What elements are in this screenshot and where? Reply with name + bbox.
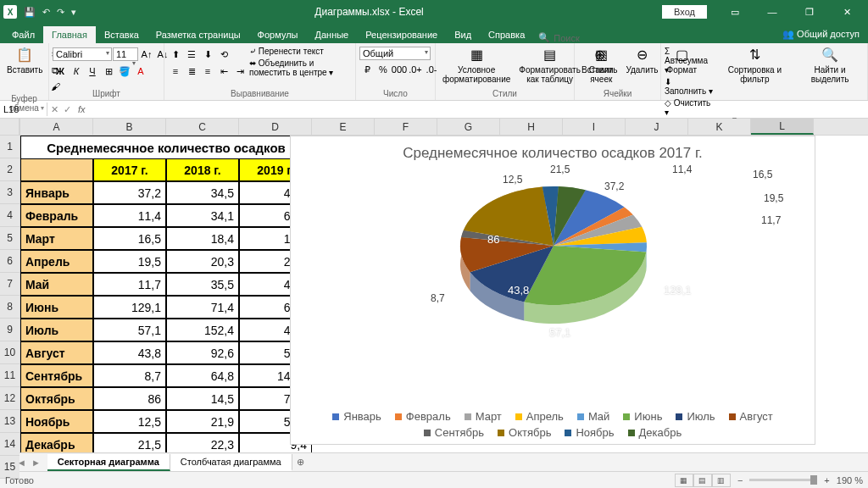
row-header[interactable]: 1 <box>0 136 19 158</box>
redo-icon[interactable]: ↷ <box>57 7 64 18</box>
cell[interactable]: Среднемесячное количество осадков <box>20 136 312 158</box>
row-header[interactable]: 3 <box>0 181 19 204</box>
italic-button[interactable]: К <box>69 64 84 79</box>
cell[interactable]: 12,5 <box>93 410 166 433</box>
underline-button[interactable]: Ч <box>85 64 100 79</box>
tab-insert[interactable]: Вставка <box>96 26 147 43</box>
delete-cells-button[interactable]: ⊖Удалить <box>622 45 661 76</box>
sort-filter-button[interactable]: ⇅Сортировка и фильтр <box>715 45 794 86</box>
cell[interactable]: 152,4 <box>166 319 239 341</box>
align-middle-icon[interactable]: ☰ <box>184 47 199 62</box>
increase-indent-icon[interactable]: ⇥ <box>232 64 248 79</box>
search-box[interactable]: 🔍 Поиск <box>533 32 584 43</box>
cell[interactable]: 35,5 <box>166 273 239 296</box>
cell[interactable]: Декабрь <box>20 433 93 452</box>
cell[interactable]: 71,4 <box>166 296 239 319</box>
minimize-button[interactable]: — <box>754 0 790 24</box>
ribbon-options-icon[interactable]: ▭ <box>717 0 753 24</box>
cell[interactable]: 34,5 <box>166 181 239 204</box>
column-header[interactable]: I <box>563 119 626 135</box>
row-header[interactable]: 6 <box>0 250 19 273</box>
find-select-button[interactable]: 🔍Найти и выделить <box>796 45 864 86</box>
cell[interactable]: 37,2 <box>93 181 166 204</box>
font-size-select[interactable]: 11 <box>113 47 138 61</box>
sheet-tab-2[interactable]: Столбчатая диаграмма <box>170 454 292 471</box>
tab-formulas[interactable]: Формулы <box>249 26 307 43</box>
worksheet-grid[interactable]: ABCDEFGHIJKL Среднемесячное количество о… <box>20 119 868 452</box>
cell[interactable]: Март <box>20 227 93 250</box>
column-header[interactable]: A <box>20 119 93 135</box>
cell[interactable]: Ноябрь <box>20 410 93 433</box>
cell[interactable]: Февраль <box>20 204 93 227</box>
undo-icon[interactable]: ↶ <box>42 7 50 18</box>
cell[interactable]: 34,1 <box>166 204 239 227</box>
borders-button[interactable]: ⊞ <box>101 64 116 79</box>
bold-button[interactable]: Ж <box>53 64 68 79</box>
align-bottom-icon[interactable]: ⬇ <box>200 47 215 62</box>
format-as-table-button[interactable]: ▤Форматировать как таблицу <box>515 45 584 86</box>
fill-color-button[interactable]: 🪣 <box>117 64 132 79</box>
cell[interactable]: Январь <box>20 181 93 204</box>
save-icon[interactable]: 💾 <box>24 7 36 18</box>
sheet-nav-prev-icon[interactable]: ◄ <box>17 458 26 468</box>
cell[interactable]: 92,6 <box>166 341 239 364</box>
column-header[interactable]: D <box>239 119 312 135</box>
share-button[interactable]: 👥 Общий доступ <box>774 25 868 43</box>
cell[interactable]: 64,8 <box>166 364 239 387</box>
cancel-formula-icon[interactable]: ✕ <box>51 104 58 115</box>
row-header[interactable]: 12 <box>0 387 19 410</box>
sheet-tab-active[interactable]: Секторная диаграмма <box>47 454 170 471</box>
row-header[interactable]: 11 <box>0 364 19 387</box>
cell[interactable]: 21,9 <box>166 410 239 433</box>
row-header[interactable]: 2 <box>0 158 19 181</box>
tab-file[interactable]: Файл <box>3 26 43 43</box>
column-header[interactable]: F <box>375 119 437 135</box>
column-header[interactable]: G <box>437 119 500 135</box>
comma-icon[interactable]: 000 <box>392 62 407 77</box>
decrease-indent-icon[interactable]: ⇤ <box>216 64 231 79</box>
cell[interactable]: 22,3 <box>166 433 239 452</box>
cell[interactable]: 16,5 <box>93 227 166 250</box>
font-name-select[interactable]: Calibri <box>53 47 112 61</box>
clear-button[interactable]: ◇ Очистить ▾ <box>665 98 714 117</box>
tab-view[interactable]: Вид <box>446 26 480 43</box>
increase-decimal-icon[interactable]: .0+ <box>408 62 423 77</box>
cell[interactable]: 18,4 <box>166 227 239 250</box>
cell[interactable]: 19,5 <box>93 250 166 273</box>
cell[interactable]: 57,1 <box>93 319 166 341</box>
cell[interactable]: Октябрь <box>20 387 93 410</box>
tab-page-layout[interactable]: Разметка страницы <box>147 26 249 43</box>
view-page-break-button[interactable]: ▥ <box>712 474 731 487</box>
tab-home[interactable]: Главная <box>43 26 96 43</box>
cell[interactable]: 11,4 <box>93 204 166 227</box>
cell[interactable]: Сентябрь <box>20 364 93 387</box>
cell[interactable]: Август <box>20 341 93 364</box>
cell[interactable]: 2018 г. <box>166 158 239 181</box>
qat-customize-icon[interactable]: ▾ <box>71 7 76 18</box>
cell[interactable]: Апрель <box>20 250 93 273</box>
view-normal-button[interactable]: ▦ <box>675 474 693 487</box>
close-button[interactable]: ✕ <box>829 0 865 24</box>
cell[interactable]: 43,8 <box>93 341 166 364</box>
cell[interactable]: 8,7 <box>93 364 166 387</box>
wrap-text-button[interactable]: ⤶ Перенести текст <box>249 47 352 56</box>
row-header[interactable]: 8 <box>0 296 19 319</box>
cell[interactable]: 11,7 <box>93 273 166 296</box>
cell[interactable]: 20,3 <box>166 250 239 273</box>
cell[interactable] <box>20 158 93 181</box>
tab-help[interactable]: Справка <box>480 26 533 43</box>
row-header[interactable]: 9 <box>0 319 19 341</box>
column-header[interactable]: L <box>751 119 814 135</box>
view-page-layout-button[interactable]: ▤ <box>693 474 712 487</box>
row-header[interactable]: 5 <box>0 227 19 250</box>
column-header[interactable]: B <box>93 119 166 135</box>
cell[interactable]: Июнь <box>20 296 93 319</box>
column-header[interactable]: K <box>688 119 751 135</box>
row-header[interactable]: 14 <box>0 433 19 456</box>
select-all-corner[interactable] <box>0 119 19 136</box>
insert-cells-button[interactable]: ⊕Вставить <box>578 45 620 76</box>
sign-in-button[interactable]: Вход <box>662 5 707 19</box>
column-header[interactable]: C <box>166 119 239 135</box>
conditional-formatting-button[interactable]: ▦Условное форматирование <box>439 45 514 86</box>
cell[interactable]: 2017 г. <box>93 158 166 181</box>
